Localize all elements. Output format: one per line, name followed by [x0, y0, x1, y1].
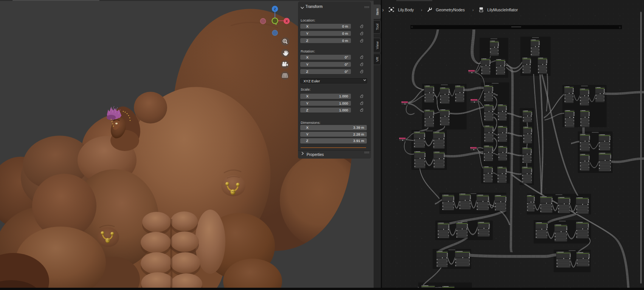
svg-text:Z: Z [274, 7, 276, 11]
svg-text:X: X [286, 19, 288, 23]
